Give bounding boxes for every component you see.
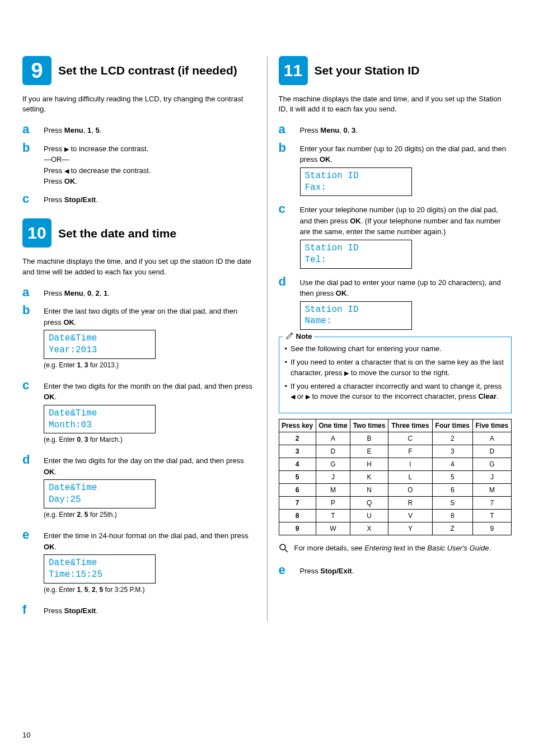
lcd-display: Date&TimeTime:15:25	[44, 554, 156, 584]
substep-body: Press ▶ to increase the contrast. —OR— P…	[44, 142, 256, 187]
row-key: 7	[279, 497, 316, 510]
row-key: 5	[279, 471, 316, 484]
substep-letter: c	[22, 379, 36, 391]
table-row: 9WXYZ9	[279, 522, 512, 535]
lcd-display: Station IDTel:	[300, 240, 412, 269]
table-cell: M	[316, 484, 350, 497]
table-cell: A	[316, 432, 350, 445]
lcd-display: Date&TimeDay:25	[44, 479, 156, 508]
table-cell: B	[350, 432, 388, 445]
step-9b: b Press ▶ to increase the contrast. —OR—…	[22, 142, 256, 187]
table-cell: G	[472, 458, 511, 471]
substep-letter: f	[22, 604, 36, 616]
row-key: 4	[279, 458, 316, 471]
table-cell: R	[388, 497, 433, 510]
row-key: 2	[279, 432, 316, 445]
substep-letter: b	[22, 142, 36, 154]
substep-body: Enter your fax number (up to 20 digits) …	[300, 142, 512, 198]
step-10d: d Enter the two digits for the day on th…	[22, 454, 256, 523]
table-cell: Z	[432, 522, 472, 535]
note-callout: Note See the following chart for enterin…	[279, 337, 512, 413]
table-cell: 4	[432, 458, 472, 471]
substep-letter: e	[22, 529, 36, 541]
column-divider	[267, 56, 268, 622]
table-cell: T	[472, 510, 511, 522]
substep-letter: d	[22, 454, 36, 466]
step-11-header: 11 Set your Station ID	[279, 56, 512, 85]
step-10-intro: The machine displays the time, and if yo…	[22, 256, 256, 277]
table-cell: G	[316, 458, 350, 471]
table-cell: K	[350, 471, 388, 484]
page-number: 10	[22, 731, 30, 739]
step-number-badge: 9	[22, 56, 51, 85]
row-key: 8	[279, 510, 316, 522]
lcd-display: Station IDName:	[300, 301, 412, 330]
note-body: See the following chart for entering you…	[279, 340, 512, 408]
table-cell: D	[472, 445, 511, 458]
substep-letter: b	[279, 142, 292, 154]
table-cell: 9	[472, 522, 511, 535]
step-10a: a Press Menu, 0, 2, 1.	[22, 286, 256, 299]
step-11-intro: The machine displays the date and time, …	[279, 94, 512, 114]
step-11c: c Enter your telephone number (up to 20 …	[279, 203, 512, 269]
step-10-title: Set the date and time	[58, 226, 176, 240]
table-cell: 2	[432, 432, 472, 445]
table-cell: 3	[432, 445, 472, 458]
two-column-layout: 9 Set the LCD contrast (if needed) If yo…	[22, 56, 512, 622]
substep-body: Enter the two digits for the day on the …	[44, 454, 256, 523]
table-cell: 5	[432, 471, 472, 484]
table-row: 8TUV8T	[279, 510, 512, 522]
step-9-header: 9 Set the LCD contrast (if needed)	[22, 56, 256, 85]
substep-body: Enter the last two digits of the year on…	[44, 304, 256, 374]
substep-body: Press Stop/Exit.	[300, 564, 512, 577]
character-table: Press key One time Two times Three times…	[279, 419, 512, 535]
svg-line-1	[285, 549, 288, 552]
table-cell: H	[350, 458, 388, 471]
table-cell: L	[388, 471, 433, 484]
substep-letter: a	[22, 286, 36, 298]
table-cell: F	[388, 445, 433, 458]
lcd-display: Date&TimeYear:2013	[44, 330, 156, 359]
substep-body: Enter the two digits for the month on th…	[44, 379, 256, 449]
magnify-icon	[279, 543, 289, 556]
table-cell: 6	[432, 484, 472, 497]
step-10e: e Enter the time in 24-hour format on th…	[22, 529, 256, 598]
hint-text: For more details, see Entering text in t…	[294, 543, 491, 553]
step-11e: e Press Stop/Exit.	[279, 564, 512, 577]
table-row: 4GHI4G	[279, 458, 512, 471]
table-cell: A	[472, 432, 511, 445]
row-key: 9	[279, 522, 316, 535]
table-cell: E	[350, 445, 388, 458]
step-10f: f Press Stop/Exit.	[22, 604, 256, 617]
substep-body: Press Menu, 0, 2, 1.	[44, 286, 256, 299]
right-arrow-icon: ▶	[306, 393, 310, 400]
table-row: 5JKL5J	[279, 471, 512, 484]
th-two-times: Two times	[350, 419, 388, 432]
example-text: (e.g. Enter 1, 5, 2, 5 for 3:25 P.M.)	[44, 585, 256, 595]
step-10b: b Enter the last two digits of the year …	[22, 304, 256, 374]
substep-body: Press Stop/Exit.	[44, 604, 256, 617]
substep-letter: a	[22, 123, 36, 136]
row-key: 6	[279, 484, 316, 497]
step-11-title: Set your Station ID	[315, 63, 420, 77]
substep-body: Enter the time in 24-hour format on the …	[44, 529, 256, 598]
left-arrow-icon: ◀	[64, 167, 69, 174]
step-9c: c Press Stop/Exit.	[22, 193, 256, 206]
table-cell: V	[388, 510, 433, 522]
table-cell: C	[388, 432, 433, 445]
lcd-display: Station IDFax:	[300, 167, 412, 197]
row-key: 3	[279, 445, 316, 458]
table-cell: X	[350, 522, 388, 535]
table-cell: I	[388, 458, 433, 471]
left-column: 9 Set the LCD contrast (if needed) If yo…	[22, 56, 256, 622]
step-number-badge: 11	[279, 56, 308, 85]
table-cell: N	[350, 484, 388, 497]
substep-letter: b	[22, 304, 36, 316]
substep-letter: c	[22, 193, 36, 205]
table-row: 7PQRS7	[279, 497, 512, 510]
example-text: (e.g. Enter 2, 5 for 25th.)	[44, 510, 256, 520]
lcd-display: Date&TimeMonth:03	[44, 405, 156, 434]
step-10c: c Enter the two digits for the month on …	[22, 379, 256, 449]
th-four-times: Four times	[432, 419, 472, 432]
step-11d: d Use the dial pad to enter your name (u…	[279, 276, 512, 332]
